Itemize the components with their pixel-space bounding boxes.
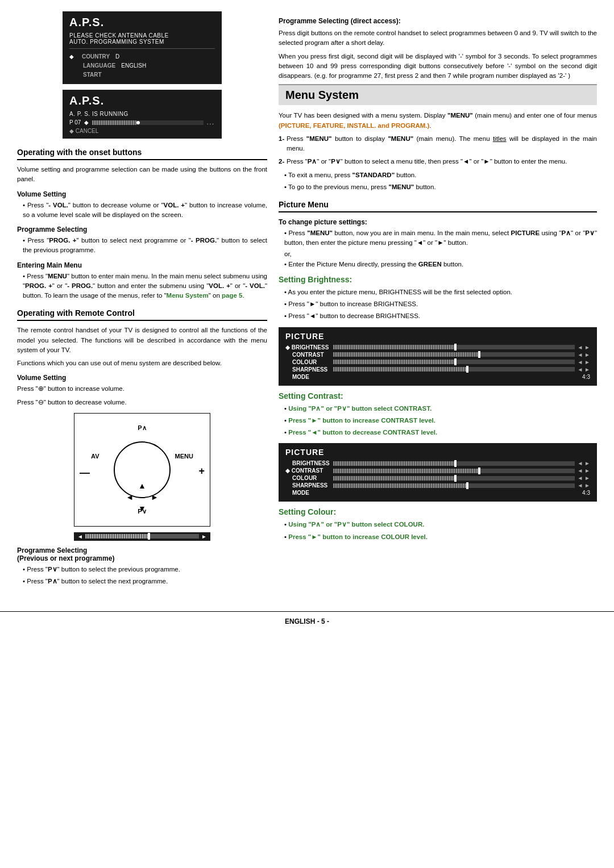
volume-bullet: Press "- VOL." button to decrease volume…	[17, 201, 267, 220]
contrast-end: ◄ ►	[577, 352, 590, 358]
picture-box-1: PICTURE ◆ BRIGHTNESS ◄ ► CONTRAST ◄ ►	[279, 327, 597, 386]
colour2-bar	[333, 476, 575, 481]
step2-item: 2- Press "P∧" or "P∨" button to select a…	[279, 157, 597, 166]
remote-top-label: P∧	[138, 424, 146, 432]
contrast2-tick	[478, 468, 480, 474]
colour2-tick	[454, 475, 457, 482]
remote-av-label: AV	[91, 453, 99, 460]
entering-main-heading: Entering Main Menu	[17, 261, 267, 269]
volume-setting2-heading: Volume Setting	[17, 374, 267, 382]
step2-num: 2-	[279, 157, 284, 166]
remote-lr-row: ◄ ►	[126, 493, 159, 502]
step1-num: 1-	[279, 134, 284, 144]
mode-value: 4:3	[582, 374, 590, 380]
aps-prog-row: P 07 ◆ ...	[69, 119, 215, 126]
picture-box2-title: PICTURE	[285, 448, 590, 457]
picture-box1-title: PICTURE	[285, 332, 590, 341]
picture2-row-contrast: ◆ CONTRAST ◄ ►	[285, 468, 590, 474]
colour-bar	[333, 360, 575, 364]
right-column: Programme Selecting (direct access): Pre…	[279, 11, 597, 589]
or-text: or,	[284, 251, 597, 257]
brightness2-bar	[333, 461, 575, 466]
volume-setting-heading: Volume Setting	[17, 190, 267, 198]
brightness2-fill	[333, 461, 454, 466]
aps-box-2: A.P.S. A. P. S. IS RUNNING P 07 ◆ ... ◆ …	[63, 90, 222, 139]
aps-language-label: LANGUAGE	[83, 61, 115, 70]
prog-bullet: Press "PROG. +" button to select next pr…	[17, 236, 267, 256]
contrast-bullet1: Using "P∧" or "P∨" button select CONTRAS…	[279, 404, 597, 414]
prog-direct-para1: Press digit buttons on the remote contro…	[279, 28, 597, 48]
prog-direct-para2: When you press first digit, second digit…	[279, 52, 597, 81]
aps-progress-dot	[136, 121, 140, 124]
section2-heading: Operating with Remote Control	[17, 308, 267, 321]
brightness2-end: ◄ ►	[577, 460, 590, 466]
aps-cancel-label: CANCEL	[76, 128, 99, 134]
setting-contrast-heading: Setting Contrast:	[279, 391, 597, 400]
sharpness2-fill	[333, 483, 466, 488]
setting-colour-heading: Setting Colour:	[279, 507, 597, 516]
picture2-row-sharpness: SHARPNESS ◄ ►	[285, 482, 590, 489]
colour2-label: COLOUR	[285, 475, 331, 481]
brightness-tick	[454, 344, 457, 350]
prog-direct-heading: Programme Selecting (direct access):	[279, 17, 597, 25]
aps-start-row: START	[69, 70, 215, 80]
colour-fill	[333, 360, 454, 364]
vol-plus-label: +	[198, 465, 205, 477]
section2-intro: The remote control handset of your TV is…	[17, 326, 267, 355]
colour2-fill	[333, 476, 454, 481]
left-arrow-icon: ◄	[126, 493, 134, 502]
left-column: A.P.S. PLEASE CHECK ANTENNA CABLE AUTO. …	[17, 11, 267, 589]
brightness-para: As you enter the picture menu, BRIGHTNES…	[279, 287, 597, 297]
aps-title-1: A.P.S.	[69, 16, 215, 29]
section1-heading: Operating with the onset buttons	[17, 148, 267, 160]
remote-menu-label: MENU	[175, 453, 193, 460]
setting-brightness-heading: Setting Brightness:	[279, 275, 597, 284]
contrast2-fill	[333, 469, 478, 473]
brightness2-tick	[454, 460, 457, 467]
contrast-fill	[333, 352, 478, 357]
aps-cancel-arrow: ◆	[69, 128, 76, 134]
menu-system-heading: Menu System	[279, 84, 597, 105]
mode2-value: 4:3	[582, 490, 590, 496]
aps-spacer	[69, 61, 77, 70]
page: A.P.S. PLEASE CHECK ANTENNA CABLE AUTO. …	[0, 0, 614, 600]
aps-start-label: START	[83, 70, 102, 80]
aps-progress-fill	[92, 120, 136, 125]
prog-prev-bullet: Press "P∨" button to select the previous…	[17, 565, 267, 574]
picture-row-brightness: ◆ BRIGHTNESS ◄ ►	[285, 344, 590, 350]
aps-prog-label: P 07	[69, 119, 81, 126]
picture2-row-brightness: BRIGHTNESS ◄ ►	[285, 460, 590, 466]
aps-country-value: D	[115, 52, 119, 61]
aps-arrow-icon2: ◆	[84, 119, 89, 126]
sharpness-fill	[333, 367, 466, 372]
brightness-decrease: Press "◄" button to decrease BRIGHTNESS.	[279, 311, 597, 321]
vol-increase: Press "⊕" button to increase volume.	[17, 384, 267, 394]
colour-tick	[454, 358, 457, 365]
aps-box-1: A.P.S. PLEASE CHECK ANTENNA CABLE AUTO. …	[63, 11, 222, 84]
vol-minus-label: —	[80, 467, 90, 479]
remote-prog-tick	[148, 533, 150, 540]
remote-prog-arrow2: ►	[201, 533, 207, 540]
picture-row-colour: COLOUR ◄ ►	[285, 359, 590, 365]
right-arrow-icon: ►	[151, 493, 159, 502]
aps-language-row: LANGUAGE ENGLISH	[69, 61, 215, 70]
remote-diagram: AV MENU P∧ ▲ ◄ ► ▼ P∨ — +	[74, 413, 210, 527]
brightness2-label: BRIGHTNESS	[285, 460, 331, 466]
functions-text: Functions which you can use out of menu …	[17, 358, 267, 368]
brightness-bar	[333, 345, 575, 349]
prog-next-bullet: Press "P∧" button to select the next pro…	[17, 577, 267, 586]
colour-label: COLOUR	[285, 359, 331, 365]
entering-main-bullet: Press "MENU" button to enter main menu. …	[17, 272, 267, 301]
step1-item: 1- Press "MENU" button to display "MENU"…	[279, 134, 597, 154]
picture2-row-colour: COLOUR ◄ ►	[285, 475, 590, 481]
prog-select-heading: Programme Selecting(Previous or next pro…	[17, 546, 267, 562]
exit-menu-item: To exit a menu, press "STANDARD" button.	[279, 170, 597, 180]
aps-title-2: A.P.S.	[69, 94, 215, 107]
aps-spacer2	[69, 70, 77, 80]
aps-sub-line1: PLEASE CHECK ANTENNA CABLE	[69, 32, 215, 39]
aps-subtitle-1: PLEASE CHECK ANTENNA CABLE AUTO. PROGRAM…	[69, 32, 215, 49]
menu-system-intro: Your TV has been designed with a menu sy…	[279, 111, 597, 131]
brightness-fill	[333, 345, 454, 349]
contrast2-end: ◄ ►	[577, 468, 590, 474]
remote-prog-fill-bar	[85, 534, 199, 539]
